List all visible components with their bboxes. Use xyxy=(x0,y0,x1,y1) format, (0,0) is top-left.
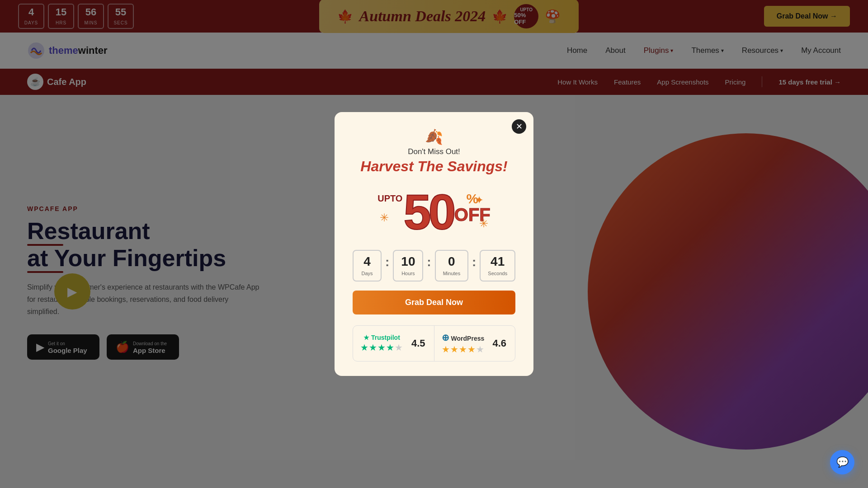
colon-3: : xyxy=(472,255,476,269)
modal-countdown: 4 Days : 10 Hours : 0 Minutes : 41 Secon… xyxy=(353,250,515,282)
modal-seconds-box: 41 Seconds xyxy=(480,250,515,282)
deal-modal: ✕ 🍂 Don't Miss Out! Harvest The Savings!… xyxy=(335,112,533,376)
modal-grab-deal-button[interactable]: Grab Deal Now xyxy=(353,291,515,314)
modal-overlay[interactable]: ✕ 🍂 Don't Miss Out! Harvest The Savings!… xyxy=(0,0,868,488)
chat-icon: 💬 xyxy=(836,456,849,468)
wordpress-rating: ⊕ WordPress ★★★★★ 4.6 xyxy=(434,326,515,361)
wordpress-logo-container: ⊕ WordPress ★★★★★ xyxy=(442,332,485,355)
sparkle-left-icon: ✳ xyxy=(380,211,389,224)
wordpress-name: ⊕ WordPress xyxy=(442,332,485,343)
wordpress-stars: ★★★★★ xyxy=(442,344,485,355)
trustpilot-logo-container: ★ Trustpilot ★★★★★ xyxy=(360,334,403,353)
sparkle-top-icon: ✦ xyxy=(475,194,484,206)
percent-text: % xyxy=(454,192,491,206)
modal-close-button[interactable]: ✕ xyxy=(512,119,526,134)
fifty-text: 50 xyxy=(403,189,453,234)
discount-graphic: ✳ UPTO 50 % OFF ✳ ✦ xyxy=(375,182,493,241)
colon-2: : xyxy=(427,255,431,269)
modal-minutes-box: 0 Minutes xyxy=(435,250,468,282)
wordpress-score: 4.6 xyxy=(493,338,507,349)
modal-leaf-icon: 🍂 xyxy=(353,128,515,145)
modal-dont-miss-text: Don't Miss Out! xyxy=(353,147,515,156)
upto-text: UPTO xyxy=(377,194,402,203)
colon-1: : xyxy=(385,255,389,269)
ratings-row: ★ Trustpilot ★★★★★ 4.5 ⊕ WordPress ★★★★★… xyxy=(353,325,515,361)
modal-headline: Harvest The Savings! xyxy=(353,158,515,175)
trustpilot-score: 4.5 xyxy=(411,338,425,349)
sparkle-right-icon: ✳ xyxy=(479,217,488,230)
trustpilot-stars: ★★★★★ xyxy=(360,342,403,353)
chat-button[interactable]: 💬 xyxy=(830,450,854,474)
modal-days-box: 4 Days xyxy=(353,250,382,282)
trustpilot-rating: ★ Trustpilot ★★★★★ 4.5 xyxy=(353,326,434,361)
trustpilot-name: ★ Trustpilot xyxy=(360,334,403,341)
modal-hours-box: 10 Hours xyxy=(393,250,423,282)
